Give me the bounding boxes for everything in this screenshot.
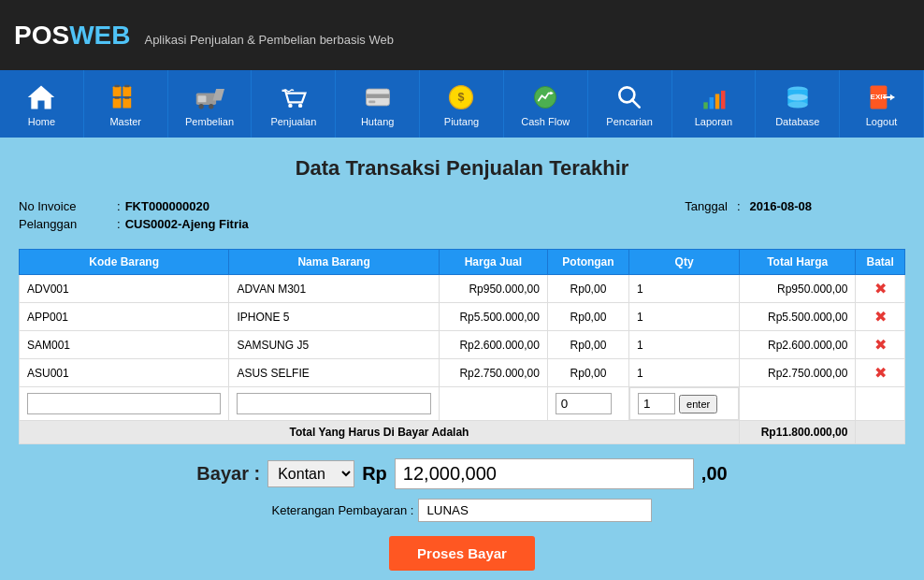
enter-button[interactable]: enter <box>679 395 717 413</box>
cell-total: Rp5.500.000,00 <box>740 303 856 331</box>
table-row: SAM001 SAMSUNG J5 Rp2.600.000,00 Rp0,00 … <box>20 331 905 359</box>
cell-nama: ASUS SELFIE <box>229 359 439 387</box>
logout-icon: EXIT <box>865 80 899 114</box>
svg-text:$: $ <box>458 91 465 104</box>
cell-qty: 1 <box>629 359 740 387</box>
cell-kode: ASU001 <box>20 359 229 387</box>
nav-laporan-label: Laporan <box>695 116 732 127</box>
svg-rect-7 <box>124 85 129 88</box>
input-potongan-cell[interactable] <box>547 387 628 421</box>
transactions-table: Kode Barang Nama Barang Harga Jual Poton… <box>19 249 905 444</box>
payment-amount-input[interactable] <box>395 458 694 489</box>
nav-master[interactable]: Master <box>84 70 168 138</box>
delete-icon[interactable]: ✖ <box>863 364 897 382</box>
svg-rect-2 <box>113 98 122 109</box>
total-batal-cell <box>856 421 905 444</box>
col-nama: Nama Barang <box>229 250 439 275</box>
kode-input[interactable] <box>27 393 221 414</box>
svg-point-15 <box>298 104 302 108</box>
header: POS WEB Aplikasi Penjualan & Pembelian b… <box>0 0 924 70</box>
input-nama-cell[interactable] <box>229 387 439 421</box>
nav-pencarian[interactable]: Pencarian <box>588 70 672 138</box>
nav-pembelian-label: Pembelian <box>185 116 234 127</box>
logo-pos: POS <box>14 21 69 51</box>
database-icon <box>781 80 815 114</box>
payment-method-select[interactable]: Kontan Transfer Kredit <box>267 460 354 487</box>
nav-laporan[interactable]: Laporan <box>672 70 757 138</box>
cell-harga: Rp2.750.000,00 <box>439 359 547 387</box>
keterangan-input[interactable] <box>418 499 652 522</box>
proses-bayar-button[interactable]: Proses Bayar <box>389 536 535 571</box>
table-header-row: Kode Barang Nama Barang Harga Jual Poton… <box>20 250 905 275</box>
keterangan-row: Keterangan Pembayaran : <box>272 499 653 522</box>
payment-suffix: ,00 <box>701 463 728 485</box>
svg-rect-8 <box>124 96 129 99</box>
nav-home-label: Home <box>28 116 55 127</box>
cell-qty: 1 <box>629 275 740 303</box>
svg-marker-36 <box>889 94 893 100</box>
navbar: Home Master <box>0 70 924 138</box>
input-row: enter <box>20 387 905 421</box>
nav-penjualan[interactable]: Penjualan <box>252 70 336 138</box>
cashflow-icon <box>528 80 562 114</box>
col-qty: Qty <box>629 250 740 275</box>
cell-batal[interactable]: ✖ <box>856 303 905 331</box>
nav-database[interactable]: Database <box>756 70 840 138</box>
svg-rect-6 <box>115 96 120 99</box>
svg-point-14 <box>288 104 292 108</box>
cell-batal[interactable]: ✖ <box>856 359 905 387</box>
payment-row: Bayar : Kontan Transfer Kredit Rp ,00 <box>196 458 727 489</box>
invoice-right: Tanggal : 2016-08-08 <box>685 199 812 235</box>
input-kode-cell[interactable] <box>20 387 229 421</box>
cell-kode: ADV001 <box>20 275 229 303</box>
svg-line-24 <box>632 100 640 108</box>
svg-rect-26 <box>709 97 713 109</box>
table-row: ASU001 ASUS SELFIE Rp2.750.000,00 Rp0,00… <box>20 359 905 387</box>
cell-potongan: Rp0,00 <box>547 275 628 303</box>
cell-total: Rp950.000,00 <box>740 275 856 303</box>
piutang-icon: $ <box>444 80 478 114</box>
nav-cashflow[interactable]: Cash Flow <box>504 70 588 138</box>
tanggal-value: 2016-08-08 <box>750 199 813 213</box>
col-harga: Harga Jual <box>439 250 547 275</box>
svg-rect-28 <box>721 91 725 109</box>
col-batal: Batal <box>856 250 905 275</box>
pelanggan-value: CUS0002-Ajeng Fitria <box>125 217 249 231</box>
payment-prefix: Rp <box>362 463 387 485</box>
cell-nama: SAMSUNG J5 <box>229 331 439 359</box>
cell-potongan: Rp0,00 <box>547 303 628 331</box>
delete-icon[interactable]: ✖ <box>863 308 897 326</box>
nav-logout[interactable]: EXIT Logout <box>840 70 924 138</box>
nav-pembelian[interactable]: Pembelian <box>168 70 253 138</box>
svg-rect-4 <box>123 98 132 109</box>
pembelian-icon <box>193 80 226 114</box>
total-value: Rp11.800.000,00 <box>740 421 856 444</box>
home-icon <box>24 80 58 114</box>
svg-rect-17 <box>366 94 389 97</box>
cell-harga: Rp5.500.000,00 <box>439 303 547 331</box>
cell-batal[interactable]: ✖ <box>856 275 905 303</box>
potongan-input[interactable] <box>556 393 612 414</box>
keterangan-label: Keterangan Pembayaran : <box>272 503 414 517</box>
cell-total: Rp2.750.000,00 <box>740 359 856 387</box>
cell-kode: SAM001 <box>20 331 229 359</box>
cell-total: Rp2.600.000,00 <box>740 331 856 359</box>
invoice-info: No Invoice : FKT000000020 Pelanggan : CU… <box>19 199 905 235</box>
delete-icon[interactable]: ✖ <box>863 336 897 354</box>
nav-home[interactable]: Home <box>0 70 84 138</box>
input-qty-cell[interactable]: enter <box>629 387 739 420</box>
nav-piutang[interactable]: $ Piutang <box>420 70 504 138</box>
delete-icon[interactable]: ✖ <box>863 280 897 297</box>
svg-rect-18 <box>368 101 375 104</box>
cell-batal[interactable]: ✖ <box>856 331 905 359</box>
penjualan-icon <box>277 80 310 114</box>
nav-hutang[interactable]: Hutang <box>336 70 420 138</box>
svg-point-32 <box>787 94 807 100</box>
svg-rect-3 <box>123 86 132 96</box>
nama-input[interactable] <box>237 393 430 414</box>
qty-input[interactable] <box>638 393 675 414</box>
nav-hutang-label: Hutang <box>361 116 394 127</box>
payment-section: Bayar : Kontan Transfer Kredit Rp ,00 Ke… <box>19 458 905 522</box>
col-potongan: Potongan <box>547 250 628 275</box>
nav-pencarian-label: Pencarian <box>606 116 653 127</box>
